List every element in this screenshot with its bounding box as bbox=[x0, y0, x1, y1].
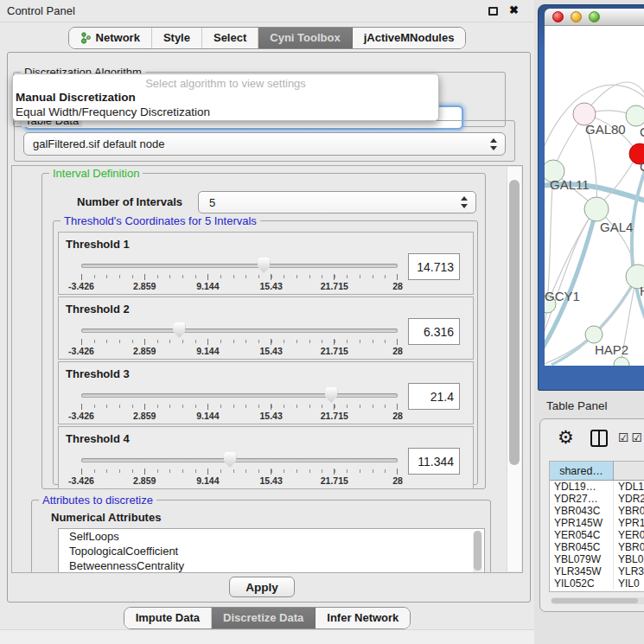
cell[interactable]: YBL0 bbox=[614, 553, 644, 565]
column-header-shared[interactable]: shared… bbox=[550, 462, 614, 480]
control-panel-titlebar: Control Panel ✖ bbox=[0, 0, 534, 22]
slider-track[interactable] bbox=[81, 458, 398, 462]
threshold-3-value-field[interactable]: 21.4 bbox=[408, 383, 460, 410]
cell[interactable]: YBR0 bbox=[614, 541, 644, 553]
table-row[interactable]: YER054C YER0 bbox=[550, 529, 644, 541]
node-label: HAP2 bbox=[595, 342, 628, 357]
list-scrollbar[interactable] bbox=[473, 531, 482, 573]
cyni-toolbox-pane: Discretization Algorithm Select algorith… bbox=[7, 52, 531, 603]
table-row[interactable]: YPR145W YPR1 bbox=[550, 517, 644, 529]
scale-label: 21.715 bbox=[321, 281, 348, 291]
settings-scrollbar-track[interactable] bbox=[507, 167, 521, 571]
cell[interactable]: YBR0 bbox=[614, 505, 644, 517]
cell[interactable]: YLR345W bbox=[550, 565, 614, 577]
cell[interactable]: YLR3 bbox=[614, 565, 644, 577]
table-row[interactable]: YBR045C YBR0 bbox=[550, 541, 644, 553]
node-partial-bottom[interactable] bbox=[614, 357, 629, 366]
table-data-combobox[interactable]: galFiltered.sif default node bbox=[23, 132, 506, 156]
node-gal4[interactable] bbox=[584, 197, 609, 221]
table-horizontal-scrollbar[interactable] bbox=[551, 597, 644, 604]
threshold-3-slider[interactable]: -3.426 2.859 9.144 15.43 21.715 28 bbox=[81, 388, 398, 423]
cell[interactable]: YDL1 bbox=[614, 481, 644, 493]
tab-impute-data[interactable]: Impute Data bbox=[124, 608, 212, 628]
slider-track[interactable] bbox=[81, 393, 398, 398]
table-row[interactable]: YBL079W YBL0 bbox=[550, 553, 644, 565]
tab-style-label: Style bbox=[163, 31, 190, 44]
network-window-titlebar[interactable] bbox=[545, 9, 644, 26]
slider-thumb[interactable] bbox=[258, 258, 271, 273]
algorithm-dropdown-popup: Select algorithm to view settings Manual… bbox=[12, 73, 439, 121]
list-item[interactable]: BetweennessCentrality bbox=[59, 558, 484, 573]
scale-label: 21.715 bbox=[321, 475, 348, 486]
table-row[interactable]: YLR345W YLR3 bbox=[550, 565, 644, 577]
cell[interactable]: YER0 bbox=[614, 529, 644, 541]
threshold-1-slider[interactable]: -3.426 2.859 9.144 15.43 21.715 28 bbox=[81, 258, 398, 293]
number-of-intervals-spinner[interactable]: 5 bbox=[198, 191, 476, 214]
column-checkboxes-icon[interactable]: ☑☑ bbox=[618, 430, 644, 444]
tab-discretize-data[interactable]: Discretize Data bbox=[212, 608, 316, 628]
tab-select[interactable]: Select bbox=[202, 28, 258, 48]
slider-track[interactable] bbox=[81, 264, 398, 268]
zoom-traffic-light-icon[interactable] bbox=[589, 11, 600, 22]
cell[interactable]: YER054C bbox=[550, 529, 614, 541]
cell[interactable]: YBR045C bbox=[550, 541, 614, 553]
network-canvas[interactable]: GAL80 GA C GAL11 GAL4 GCY1 H HAP2 bbox=[545, 26, 644, 366]
list-item[interactable]: SelfLoops bbox=[59, 529, 484, 544]
table-row[interactable]: YIL052C YIL0 bbox=[550, 577, 644, 590]
cell[interactable]: YBR043C bbox=[550, 505, 614, 517]
network-graph-icon bbox=[80, 32, 92, 44]
tab-infer-network[interactable]: Infer Network bbox=[316, 608, 410, 628]
slider-track[interactable] bbox=[81, 328, 398, 333]
tab-jactivemnodules[interactable]: jActiveMNodules bbox=[353, 28, 466, 48]
threshold-2-slider[interactable]: -3.426 2.859 9.144 15.43 21.715 28 bbox=[81, 323, 398, 358]
numerical-attributes-list[interactable]: SelfLoops TopologicalCoefficient Between… bbox=[58, 528, 485, 573]
network-view-window: GAL80 GA C GAL11 GAL4 GCY1 H HAP2 bbox=[538, 4, 644, 391]
node-hap2[interactable] bbox=[585, 326, 603, 343]
tab-network[interactable]: Network bbox=[69, 28, 152, 48]
threshold-1-value-field[interactable]: 14.713 bbox=[408, 253, 460, 280]
close-traffic-light-icon[interactable] bbox=[552, 11, 564, 22]
cell[interactable]: YPR145W bbox=[550, 517, 614, 529]
column-header-name[interactable]: na bbox=[614, 462, 644, 480]
algorithm-placeholder-option[interactable]: Select algorithm to view settings bbox=[13, 77, 438, 90]
slider-thumb[interactable] bbox=[224, 452, 237, 468]
cell[interactable]: YDR27… bbox=[550, 493, 614, 505]
threshold-4-value-field[interactable]: 11.344 bbox=[408, 448, 460, 475]
tab-style[interactable]: Style bbox=[152, 28, 202, 48]
close-icon[interactable]: ✖ bbox=[509, 3, 519, 16]
cell[interactable]: YPR1 bbox=[614, 517, 644, 529]
table-row[interactable]: YBR043C YBR0 bbox=[550, 505, 644, 517]
float-window-icon[interactable] bbox=[488, 7, 498, 16]
slider-thumb[interactable] bbox=[173, 322, 186, 338]
table-row[interactable]: YDR27… YDR2 bbox=[550, 493, 644, 505]
slider-thumb[interactable] bbox=[325, 387, 338, 403]
node-attribute-table[interactable]: shared… na YDL19… YDL1 YDR27… YDR2 YBR04… bbox=[549, 461, 644, 592]
minimize-traffic-light-icon[interactable] bbox=[571, 11, 582, 22]
scale-label: 28 bbox=[392, 281, 403, 291]
slider-scale-labels: -3.426 2.859 9.144 15.43 21.715 28 bbox=[81, 346, 398, 356]
cell[interactable]: YBL079W bbox=[550, 553, 614, 565]
tab-discretize-data-label: Discretize Data bbox=[223, 611, 303, 624]
scale-label: 28 bbox=[392, 346, 403, 356]
threshold-4-slider[interactable]: -3.426 2.859 9.144 15.43 21.715 28 bbox=[81, 453, 398, 488]
apply-button[interactable]: Apply bbox=[229, 577, 295, 597]
settings-scrollbar-thumb[interactable] bbox=[509, 180, 520, 465]
gear-icon[interactable]: ⚙ bbox=[558, 428, 574, 446]
node-label: GCY1 bbox=[545, 289, 580, 303]
control-panel: Control Panel ✖ Network Style Select bbox=[0, 0, 534, 644]
tab-cyni-toolbox[interactable]: Cyni Toolbox bbox=[258, 28, 352, 48]
cell[interactable]: YIL052C bbox=[550, 577, 614, 590]
table-data-combobox-value: galFiltered.sif default node bbox=[33, 137, 164, 150]
slider-scale-labels: -3.426 2.859 9.144 15.43 21.715 28 bbox=[81, 475, 398, 486]
node-partial-top-right[interactable] bbox=[626, 105, 644, 126]
algorithm-option-manual[interactable]: Manual Discretization bbox=[16, 91, 136, 104]
stepper-arrows-icon bbox=[460, 196, 468, 208]
table-row[interactable]: YDL19… YDL1 bbox=[550, 481, 644, 493]
split-columns-icon[interactable] bbox=[590, 430, 608, 447]
list-item[interactable]: TopologicalCoefficient bbox=[59, 544, 484, 558]
cell[interactable]: YDL19… bbox=[550, 481, 614, 493]
threshold-2-value-field[interactable]: 6.316 bbox=[408, 318, 460, 345]
algorithm-option-equal-width[interactable]: Equal Width/Frequency Discretization bbox=[16, 105, 210, 118]
cell[interactable]: YDR2 bbox=[614, 493, 644, 505]
cell[interactable]: YIL0 bbox=[614, 577, 644, 590]
